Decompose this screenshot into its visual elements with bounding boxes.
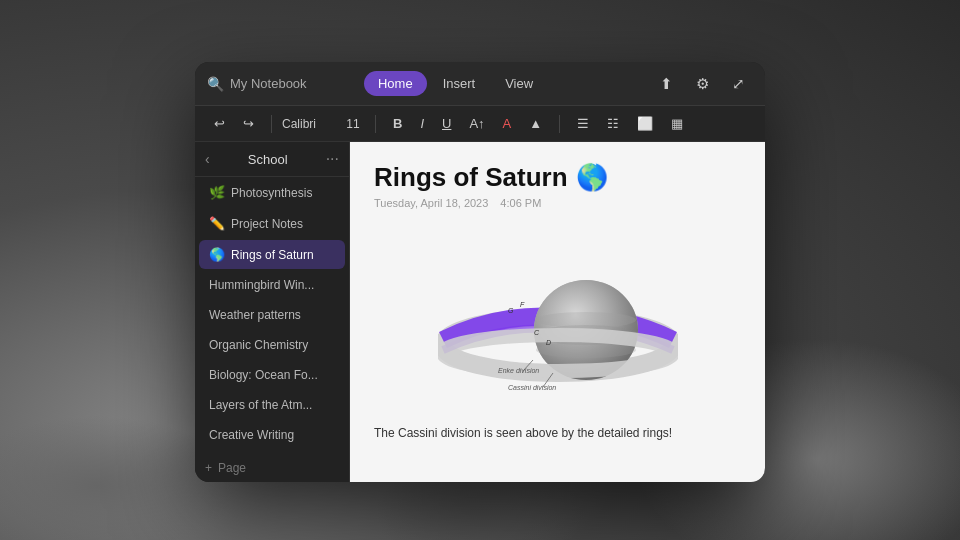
- ordered-list-button[interactable]: ☷: [600, 113, 626, 134]
- svg-text:G: G: [508, 307, 514, 314]
- note-meta: Tuesday, April 18, 2023 4:06 PM: [374, 197, 741, 209]
- font-name-display: Calibri: [282, 117, 337, 131]
- share-button[interactable]: ⬆: [653, 70, 681, 98]
- expand-button[interactable]: ⤢: [725, 70, 753, 98]
- toolbar-separator-3: [559, 115, 560, 133]
- bold-button[interactable]: B: [386, 113, 409, 134]
- notebook-title: My Notebook: [230, 76, 307, 91]
- highlight-button[interactable]: ▲: [522, 113, 549, 134]
- add-page-label: Page: [218, 461, 246, 475]
- sidebar-item-label: Organic Chemistry: [209, 338, 308, 352]
- app-window: 🔍 My Notebook Home Insert View ⬆ ⚙ ⤢ ↩ ↪…: [195, 62, 765, 482]
- photosynthesis-emoji: 🌿: [209, 185, 225, 200]
- sidebar: ‹ School ··· 🌿 Photosynthesis ✏️ Project…: [195, 142, 350, 482]
- rings-emoji: 🌎: [209, 247, 225, 262]
- text-format-group: B I U A↑ A ▲: [386, 113, 549, 134]
- font-size-display: 11: [341, 117, 365, 131]
- sidebar-item-label: Hummingbird Win...: [209, 278, 314, 292]
- sidebar-item-label: Project Notes: [231, 217, 303, 231]
- sidebar-item-label: Biology: Ocean Fo...: [209, 368, 318, 382]
- note-time: 4:06 PM: [500, 197, 541, 209]
- add-page-button[interactable]: + Page: [195, 454, 349, 482]
- svg-text:Enke division: Enke division: [498, 367, 539, 374]
- tab-insert[interactable]: Insert: [429, 71, 490, 96]
- align-left-button[interactable]: ⬜: [630, 113, 660, 134]
- note-caption: The Cassini division is seen above by th…: [374, 424, 741, 442]
- undo-button[interactable]: ↩: [207, 113, 232, 134]
- search-icon: 🔍: [207, 76, 224, 92]
- list-group: ☰ ☷ ⬜ ▦: [570, 113, 690, 134]
- add-icon: +: [205, 461, 212, 475]
- align-right-button[interactable]: ▦: [664, 113, 690, 134]
- redo-button[interactable]: ↪: [236, 113, 261, 134]
- svg-text:F: F: [520, 301, 525, 308]
- toolbar-separator-1: [271, 115, 272, 133]
- sidebar-item-biology[interactable]: Biology: Ocean Fo...: [199, 361, 345, 389]
- sidebar-item-hummingbird[interactable]: Hummingbird Win...: [199, 271, 345, 299]
- sidebar-item-rings-of-saturn[interactable]: 🌎 Rings of Saturn: [199, 240, 345, 269]
- font-color-button[interactable]: A: [496, 113, 519, 134]
- sidebar-item-project-notes[interactable]: ✏️ Project Notes: [199, 209, 345, 238]
- saturn-illustration: G F C D Enke division Cassini division: [374, 225, 741, 410]
- content-area: Rings of Saturn 🌎 Tuesday, April 18, 202…: [350, 142, 765, 482]
- sidebar-item-weather[interactable]: Weather patterns: [199, 301, 345, 329]
- top-bar: 🔍 My Notebook Home Insert View ⬆ ⚙ ⤢: [195, 62, 765, 106]
- note-title: Rings of Saturn 🌎: [374, 162, 741, 193]
- sidebar-item-creative-writing[interactable]: Creative Writing: [199, 421, 345, 449]
- sidebar-back-button[interactable]: ‹: [205, 151, 210, 167]
- sidebar-item-label: Rings of Saturn: [231, 248, 314, 262]
- underline-button[interactable]: U: [435, 113, 458, 134]
- sidebar-item-label: Creative Writing: [209, 428, 294, 442]
- top-bar-actions: ⬆ ⚙ ⤢: [653, 70, 753, 98]
- sidebar-item-label: Photosynthesis: [231, 186, 312, 200]
- toolbar-separator-2: [375, 115, 376, 133]
- sidebar-more-button[interactable]: ···: [326, 150, 339, 168]
- saturn-svg: G F C D Enke division Cassini division: [438, 225, 678, 410]
- project-notes-emoji: ✏️: [209, 216, 225, 231]
- nav-tabs: Home Insert View: [364, 71, 547, 96]
- sidebar-item-photosynthesis[interactable]: 🌿 Photosynthesis: [199, 178, 345, 207]
- svg-text:D: D: [546, 339, 551, 346]
- note-title-emoji: 🌎: [576, 162, 608, 193]
- svg-text:Cassini division: Cassini division: [508, 384, 556, 391]
- main-area: ‹ School ··· 🌿 Photosynthesis ✏️ Project…: [195, 142, 765, 482]
- unordered-list-button[interactable]: ☰: [570, 113, 596, 134]
- sidebar-header: ‹ School ···: [195, 142, 349, 177]
- italic-button[interactable]: I: [413, 113, 431, 134]
- settings-button[interactable]: ⚙: [689, 70, 717, 98]
- font-group: Calibri 11: [282, 117, 365, 131]
- undo-redo-group: ↩ ↪: [207, 113, 261, 134]
- sidebar-item-organic-chemistry[interactable]: Organic Chemistry: [199, 331, 345, 359]
- note-date: Tuesday, April 18, 2023: [374, 197, 488, 209]
- font-size-button[interactable]: A↑: [462, 113, 491, 134]
- tab-home[interactable]: Home: [364, 71, 427, 96]
- formatting-toolbar: ↩ ↪ Calibri 11 B I U A↑ A ▲ ☰ ☷ ⬜ ▦: [195, 106, 765, 142]
- sidebar-section-title: School: [248, 152, 288, 167]
- sidebar-item-label: Layers of the Atm...: [209, 398, 312, 412]
- sidebar-item-layers[interactable]: Layers of the Atm...: [199, 391, 345, 419]
- sidebar-item-label: Weather patterns: [209, 308, 301, 322]
- search-area[interactable]: 🔍 My Notebook: [207, 76, 307, 92]
- tab-view[interactable]: View: [491, 71, 547, 96]
